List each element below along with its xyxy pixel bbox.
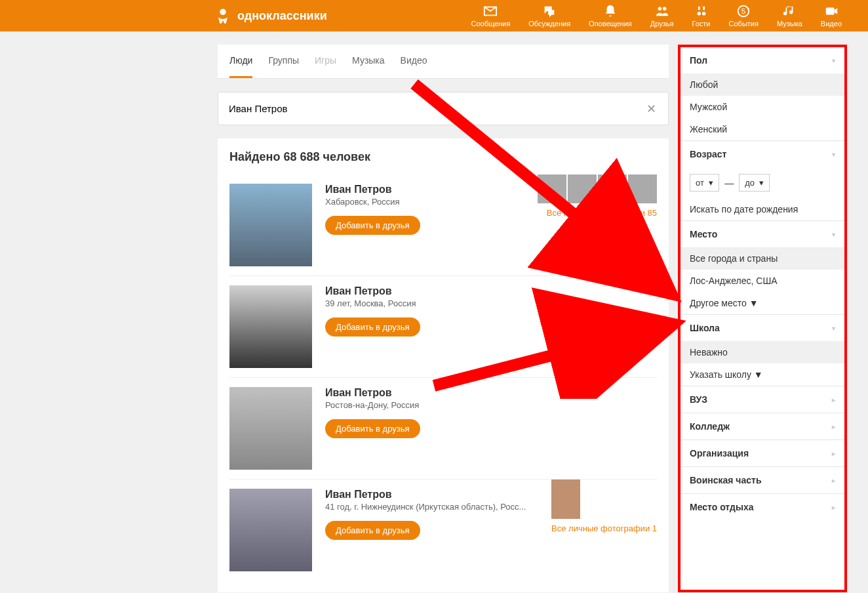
chevron-right-icon: ▸ <box>832 396 835 403</box>
person-name[interactable]: Иван Петров <box>325 285 657 297</box>
person-location: 39 лет, Москва, Россия <box>325 298 657 308</box>
place-la[interactable]: Лос-Анджелес, США <box>681 270 844 292</box>
nav-video[interactable]: Видео <box>821 4 842 28</box>
gender-female[interactable]: Женский <box>681 118 844 140</box>
filter-organization-header[interactable]: Организация ▸ <box>681 440 844 466</box>
chevron-right-icon: ▸ <box>832 423 835 430</box>
top-nav: Сообщения Обсуждения Оповещения Друзья Г… <box>471 4 842 28</box>
person-photos: Все личные фотографии 1 <box>551 480 657 533</box>
add-friend-button[interactable]: Добавить в друзья <box>325 521 420 540</box>
svg-text:5: 5 <box>741 7 745 15</box>
school-any[interactable]: Неважно <box>681 341 844 363</box>
age-from-select[interactable]: от ▾ <box>690 174 719 192</box>
search-by-birthday[interactable]: Искать по дате рождения <box>681 198 844 220</box>
all-photos-link[interactable]: Все личные фотографии 1 <box>551 523 657 533</box>
filter-college: Колледж ▸ <box>681 413 844 440</box>
place-all[interactable]: Все города и страны <box>681 247 844 270</box>
video-icon <box>824 4 838 18</box>
gender-any[interactable]: Любой <box>681 73 844 96</box>
search-results: Найдено 68 688 человек Иван Петров Хабар… <box>218 138 669 592</box>
chevron-down-icon: ▾ <box>832 231 835 238</box>
ok-logo-icon <box>214 7 232 25</box>
filter-gender: Пол ▾ Любой Мужской Женский <box>681 47 844 141</box>
nav-events[interactable]: 5 События <box>729 4 759 28</box>
search-input[interactable] <box>226 100 642 117</box>
filter-place: Место ▾ Все города и страны Лос-Анджелес… <box>681 221 844 315</box>
music-icon <box>782 4 797 18</box>
person-photos: Все личные фотографии 85 <box>538 174 657 218</box>
clear-search-button[interactable]: ✕ <box>642 102 660 116</box>
person-result: Иван Петров 41 год, г. Нижнеудинск (Ирку… <box>229 480 657 581</box>
logo[interactable]: одноклассники <box>214 7 327 25</box>
filter-age-header[interactable]: Возраст ▾ <box>681 141 844 167</box>
nav-notifications[interactable]: Оповещения <box>589 4 632 28</box>
events-icon: 5 <box>736 4 751 18</box>
bell-icon <box>603 4 618 18</box>
person-name[interactable]: Иван Петров <box>325 387 657 399</box>
filter-vacation-header[interactable]: Место отдыха ▸ <box>681 494 844 520</box>
place-other[interactable]: Другое место ▼ <box>681 292 844 314</box>
filter-school: Школа ▾ Неважно Указать школу ▼ <box>681 315 844 386</box>
chevron-down-icon: ▾ <box>832 325 835 332</box>
all-photos-link[interactable]: Все личные фотографии 85 <box>547 208 657 218</box>
filter-age: Возраст ▾ от ▾ — до ▾ Искать по дате рож… <box>681 141 844 221</box>
person-location: Ростов-на-Дону, Россия <box>325 400 657 410</box>
avatar[interactable] <box>229 184 312 266</box>
search-tabs: Люди Группы Игры Музыка Видео <box>218 45 669 79</box>
filter-school-header[interactable]: Школа ▾ <box>681 315 844 341</box>
svg-point-4 <box>701 12 705 15</box>
svg-point-2 <box>663 7 667 10</box>
nav-discussions[interactable]: Обсуждения <box>528 4 570 28</box>
filter-military-header[interactable]: Воинская часть ▸ <box>681 467 844 493</box>
results-count: Найдено 68 688 человек <box>229 150 657 164</box>
avatar[interactable] <box>229 489 312 571</box>
main-content: Люди Группы Игры Музыка Видео ✕ Найдено … <box>218 45 669 592</box>
person-result: Иван Петров Хабаровск, Россия Добавить в… <box>229 174 657 276</box>
brand-text: одноклассники <box>237 9 327 23</box>
photo-thumb[interactable] <box>538 174 566 203</box>
filters-sidebar: Пол ▾ Любой Мужской Женский Возраст ▾ от… <box>678 45 847 592</box>
filter-place-header[interactable]: Место ▾ <box>681 221 844 247</box>
chevron-right-icon: ▸ <box>832 450 835 457</box>
avatar[interactable] <box>229 285 312 368</box>
filter-military: Воинская часть ▸ <box>681 467 844 494</box>
chevron-down-icon: ▾ <box>832 57 835 64</box>
chevron-right-icon: ▸ <box>832 504 835 511</box>
photo-thumb[interactable] <box>598 174 627 203</box>
nav-guests[interactable]: Гости <box>692 4 710 28</box>
chat-icon <box>542 4 557 18</box>
nav-messages[interactable]: Сообщения <box>471 4 510 28</box>
svg-point-0 <box>220 9 226 15</box>
tab-groups[interactable]: Группы <box>268 45 299 78</box>
filter-university-header[interactable]: ВУЗ ▸ <box>681 386 844 413</box>
friends-icon <box>655 4 669 18</box>
add-friend-button[interactable]: Добавить в друзья <box>325 216 420 235</box>
filter-vacation: Место отдыха ▸ <box>681 494 844 520</box>
top-header: одноклассники Сообщения Обсуждения Опове… <box>0 0 868 31</box>
tab-people[interactable]: Люди <box>229 45 252 78</box>
tab-video[interactable]: Видео <box>401 45 427 78</box>
person-result: Иван Петров Ростов-на-Дону, Россия Добав… <box>229 378 657 480</box>
nav-music[interactable]: Музыка <box>777 4 802 28</box>
svg-point-3 <box>697 12 701 15</box>
filter-university: ВУЗ ▸ <box>681 386 844 413</box>
photo-thumb[interactable] <box>551 480 580 519</box>
search-box: ✕ <box>218 92 669 125</box>
avatar[interactable] <box>229 387 312 470</box>
photo-thumb[interactable] <box>628 174 657 203</box>
person-result: Иван Петров 39 лет, Москва, Россия Добав… <box>229 276 657 378</box>
add-friend-button[interactable]: Добавить в друзья <box>325 419 420 438</box>
svg-rect-7 <box>826 8 835 15</box>
filter-gender-header[interactable]: Пол ▾ <box>681 47 844 73</box>
add-friend-button[interactable]: Добавить в друзья <box>325 317 420 337</box>
photo-thumb[interactable] <box>568 174 597 203</box>
guests-icon <box>694 4 709 18</box>
filter-organization: Организация ▸ <box>681 440 844 467</box>
gender-male[interactable]: Мужской <box>681 96 844 118</box>
tab-games[interactable]: Игры <box>315 45 336 78</box>
nav-friends[interactable]: Друзья <box>650 4 674 28</box>
filter-college-header[interactable]: Колледж ▸ <box>681 413 844 440</box>
tab-music[interactable]: Музыка <box>352 45 385 78</box>
school-specify[interactable]: Указать школу ▼ <box>681 363 844 386</box>
age-to-select[interactable]: до ▾ <box>739 174 770 192</box>
